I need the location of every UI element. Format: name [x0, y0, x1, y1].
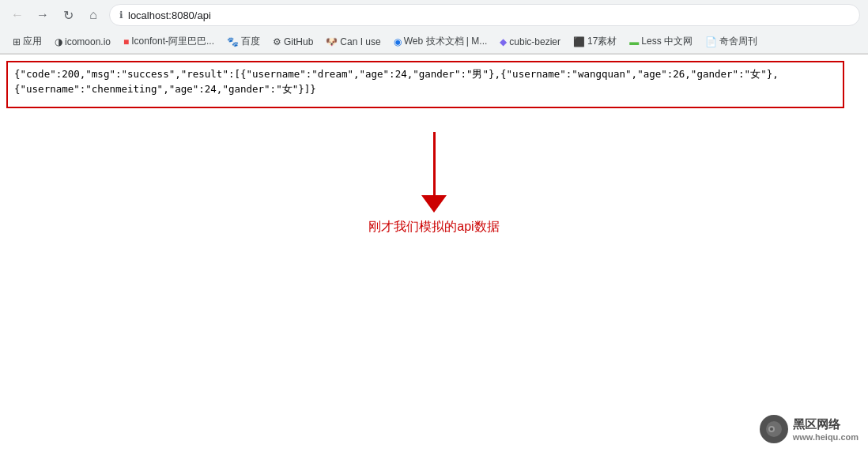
cubic-icon: ◆	[500, 36, 507, 47]
json-text: {"code":200,"msg":"success","result":[{"…	[14, 68, 779, 95]
bookmark-cubic-label: cubic-bezier	[509, 36, 560, 47]
bookmark-17cai[interactable]: ⬛ 17素材	[568, 33, 621, 50]
nav-bar: ← → ↻ ⌂ ℹ localhost:8080/api	[0, 0, 868, 30]
bookmark-icomoon-label: icomoon.io	[65, 36, 111, 47]
watermark-logo	[760, 415, 788, 443]
browser-chrome: ← → ↻ ⌂ ℹ localhost:8080/api ⊞ 应用 ◑ icom…	[0, 0, 868, 55]
watermark: 黑区网络 www.heiqu.com	[760, 415, 859, 443]
address-bar[interactable]: ℹ localhost:8080/api	[109, 4, 860, 26]
svg-point-2	[770, 428, 773, 431]
bookmark-webdocs[interactable]: ◉ Web 技术文档 | M...	[389, 33, 492, 50]
bookmark-qishe-label: 奇舍周刊	[719, 35, 757, 48]
page-content: {"code":200,"msg":"success","result":[{"…	[0, 55, 868, 452]
arrow-head	[421, 195, 447, 213]
bookmark-github[interactable]: ⚙ GitHub	[268, 35, 318, 49]
bookmark-iconfont[interactable]: ■ Iconfont-阿里巴巴...	[119, 33, 219, 50]
reload-button[interactable]: ↻	[58, 6, 77, 24]
webdocs-icon: ◉	[394, 36, 402, 47]
arrow-annotation: 刚才我们模拟的api数据	[6, 132, 862, 235]
github-icon: ⚙	[273, 36, 281, 47]
arrow-line	[433, 132, 436, 195]
bookmark-baidu-label: 百度	[241, 35, 260, 48]
iconfont-icon: ■	[123, 36, 129, 47]
forward-button[interactable]: →	[33, 6, 52, 24]
baidu-icon: 🐾	[227, 36, 239, 47]
apps-icon: ⊞	[13, 36, 21, 47]
caniuse-icon: 🐶	[326, 36, 338, 47]
bookmark-less[interactable]: ▬ Less 中文网	[625, 33, 697, 50]
icomoon-icon: ◑	[55, 36, 62, 47]
bookmark-17cai-label: 17素材	[587, 35, 617, 48]
17cai-icon: ⬛	[573, 36, 585, 47]
bookmark-caniuse-label: Can I use	[340, 36, 380, 47]
watermark-logo-icon	[764, 420, 783, 439]
bookmark-apps[interactable]: ⊞ 应用	[8, 33, 47, 50]
less-icon: ▬	[629, 36, 639, 47]
bookmark-github-label: GitHub	[284, 36, 313, 47]
bookmark-iconfont-label: Iconfont-阿里巴巴...	[131, 35, 214, 48]
bookmark-apps-label: 应用	[23, 35, 42, 48]
lock-icon: ℹ	[119, 9, 123, 21]
bookmark-less-label: Less 中文网	[641, 35, 693, 48]
watermark-title: 黑区网络	[793, 417, 859, 432]
json-output-box: {"code":200,"msg":"success","result":[{"…	[6, 61, 844, 108]
annotation-label: 刚才我们模拟的api数据	[368, 219, 499, 235]
bookmark-icomoon[interactable]: ◑ icomoon.io	[50, 35, 115, 49]
bookmarks-bar: ⊞ 应用 ◑ icomoon.io ■ Iconfont-阿里巴巴... 🐾 百…	[0, 30, 868, 54]
back-button[interactable]: ←	[8, 6, 27, 24]
bookmark-cubic[interactable]: ◆ cubic-bezier	[495, 35, 565, 49]
bookmark-qishe[interactable]: 📄 奇舍周刊	[700, 33, 762, 50]
watermark-subtitle: www.heiqu.com	[793, 432, 859, 442]
bookmark-baidu[interactable]: 🐾 百度	[222, 33, 265, 50]
qishe-icon: 📄	[705, 36, 717, 47]
url-text: localhost:8080/api	[128, 9, 211, 21]
bookmark-caniuse[interactable]: 🐶 Can I use	[321, 35, 385, 49]
home-button[interactable]: ⌂	[84, 6, 103, 24]
bookmark-webdocs-label: Web 技术文档 | M...	[404, 35, 488, 48]
watermark-text-block: 黑区网络 www.heiqu.com	[793, 417, 859, 442]
